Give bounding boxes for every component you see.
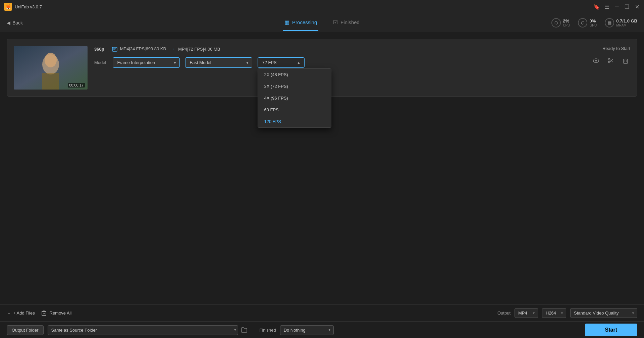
video-input-info: MP4|24 FPS|699.80 KB [112, 46, 166, 52]
quality-select-wrapper: Standard Video Quality High Video Qualit… [570, 308, 637, 318]
svg-point-9 [608, 59, 610, 60]
gpu-icon: ⬡ [578, 18, 587, 27]
video-resolution: 360p [94, 47, 104, 52]
eye-icon [593, 58, 599, 63]
video-duration: 00:00:17 [68, 83, 85, 88]
arrow-right-icon: → [169, 46, 175, 52]
path-select-wrapper: Same as Source Folder Custom Folder [48, 325, 249, 335]
cpu-label: CPU [563, 23, 570, 27]
finished-tab-icon: ☑ [333, 19, 338, 25]
preview-button[interactable] [591, 56, 601, 65]
model-speed-select-wrapper: Fast Model Quality Model [185, 57, 252, 68]
svg-point-2 [45, 53, 57, 67]
finished-label: Finished [260, 328, 276, 333]
chevron-up-icon: ▲ [297, 61, 301, 64]
fps-container: 72 FPS ▲ 2X (48 FPS) 3X (72 FPS) 4X (96 … [258, 57, 305, 68]
video-meta: 360p | MP4|24 FPS|699.80 KB → MP4|72 FPS… [94, 46, 630, 52]
back-arrow-icon: ◀ [7, 20, 10, 25]
mram-value: 0.7/1.0 GB [616, 18, 637, 23]
titlebar: 🦊 UniFab v3.0.7 🔖 ☰ ─ ❐ ✕ [0, 0, 644, 13]
format-select-wrapper: MP4 MKV AVI MOV [515, 308, 538, 318]
output-folder-button[interactable]: Output Folder [7, 325, 44, 335]
delete-button[interactable] [621, 56, 630, 65]
model-row: Model Frame Interpolation Super Resoluti… [94, 57, 630, 68]
svg-point-8 [595, 60, 597, 62]
gpu-label: GPU [589, 23, 597, 27]
remove-all-icon [42, 311, 46, 316]
fps-option-2x[interactable]: 2X (48 FPS) [258, 69, 331, 80]
video-card: 00:00:17 360p | MP4|24 FPS|699.80 KB → M… [7, 39, 637, 97]
mram-icon: ▦ [605, 18, 614, 27]
fps-option-120[interactable]: 120 FPS [258, 116, 331, 127]
finished-action-select-wrapper: Do Nothing Shut Down Sleep [280, 325, 334, 335]
fps-option-3x[interactable]: 3X (72 FPS) [258, 80, 331, 92]
bottom-bottom-row: Output Folder Same as Source Folder Cust… [0, 322, 644, 338]
menu-icon[interactable]: ☰ [604, 4, 610, 10]
finished-tab-label: Finished [340, 19, 360, 25]
plus-icon: ＋ [7, 310, 11, 316]
card-actions [591, 56, 630, 65]
main-content: 00:00:17 360p | MP4|24 FPS|699.80 KB → M… [0, 32, 644, 304]
model-label: Model [94, 60, 106, 65]
svg-rect-13 [624, 59, 628, 63]
remove-all-label: Remove All [50, 311, 72, 316]
video-thumbnail: 00:00:17 [14, 46, 88, 90]
close-button[interactable]: ✕ [634, 4, 640, 10]
codec-select-wrapper: H264 H265 AV1 [542, 308, 566, 318]
bottom-top-row: ＋ + Add Files Remove All Output MP4 MKV … [0, 305, 644, 322]
output-section: Output MP4 MKV AVI MOV H264 H265 AV1 [497, 308, 637, 318]
gpu-percent: 0% [589, 18, 597, 23]
header-nav: ◀ Back ▦ Processing ☑ Finished ⬡ 2% CPU … [0, 13, 644, 32]
restore-button[interactable]: ❐ [624, 4, 630, 10]
svg-point-10 [608, 61, 610, 63]
bookmark-icon[interactable]: 🔖 [594, 4, 600, 10]
start-button[interactable]: Start [585, 324, 637, 336]
tab-processing[interactable]: ▦ Processing [283, 19, 318, 31]
cpu-icon: ⬡ [551, 18, 561, 27]
model-type-select[interactable]: Frame Interpolation Super Resolution [113, 57, 180, 68]
model-speed-select[interactable]: Fast Model Quality Model [185, 57, 252, 68]
fps-dropdown-menu: 2X (48 FPS) 3X (72 FPS) 4X (96 FPS) 60 F… [258, 68, 331, 128]
back-label: Back [12, 20, 23, 25]
app-title: UniFab v3.0.7 [15, 4, 42, 9]
system-stats: ⬡ 2% CPU ⬡ 0% GPU ▦ 0.7/1.0 GB MRAM [551, 18, 637, 27]
format-select[interactable]: MP4 MKV AVI MOV [515, 308, 538, 318]
minimize-button[interactable]: ─ [614, 4, 620, 10]
video-output-info: MP4|72 FPS|4.00 MB [178, 47, 220, 52]
codec-select[interactable]: H264 H265 AV1 [542, 308, 566, 318]
bottom-bar: ＋ + Add Files Remove All Output MP4 MKV … [0, 304, 644, 338]
gpu-stat: ⬡ 0% GPU [578, 18, 597, 27]
window-controls: 🔖 ☰ ─ ❐ ✕ [594, 4, 640, 10]
path-select[interactable]: Same as Source Folder Custom Folder [48, 325, 238, 335]
ready-status: Ready to Start [602, 46, 630, 51]
quality-select[interactable]: Standard Video Quality High Video Qualit… [570, 308, 637, 318]
app-logo: 🦊 [4, 3, 12, 11]
remove-all-button[interactable]: Remove All [42, 311, 72, 316]
video-info: 360p | MP4|24 FPS|699.80 KB → MP4|72 FPS… [94, 46, 630, 68]
nav-tabs: ▦ Processing ☑ Finished [283, 14, 361, 31]
svg-rect-18 [42, 312, 46, 316]
back-button[interactable]: ◀ Back [7, 20, 23, 25]
scissors-icon [608, 58, 614, 64]
mram-stat: ▦ 0.7/1.0 GB MRAM [605, 18, 637, 27]
tab-finished[interactable]: ☑ Finished [332, 19, 361, 31]
finished-action-select[interactable]: Do Nothing Shut Down Sleep [280, 325, 334, 335]
trash-icon [623, 58, 628, 64]
mram-label: MRAM [616, 23, 637, 27]
file-icon [112, 47, 117, 52]
folder-icon [241, 327, 247, 333]
fps-option-60[interactable]: 60 FPS [258, 104, 331, 116]
browse-folder-button[interactable] [239, 325, 249, 335]
add-files-label: + Add Files [13, 311, 35, 316]
fps-select-button[interactable]: 72 FPS ▲ [258, 57, 305, 68]
output-label: Output [497, 311, 511, 316]
cpu-stat: ⬡ 2% CPU [551, 18, 570, 27]
fps-option-4x[interactable]: 4X (96 FPS) [258, 92, 331, 104]
cpu-percent: 2% [563, 18, 570, 23]
fps-selected-value: 72 FPS [262, 60, 276, 65]
scissors-button[interactable] [606, 56, 615, 65]
processing-tab-label: Processing [292, 19, 317, 25]
add-files-button[interactable]: ＋ + Add Files [7, 310, 35, 316]
svg-rect-3 [42, 73, 59, 90]
processing-tab-icon: ▦ [284, 19, 289, 25]
